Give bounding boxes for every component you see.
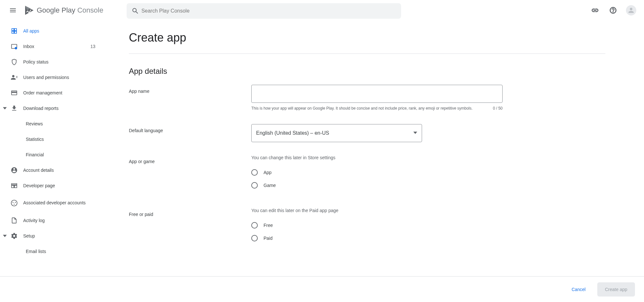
sidebar-sub-reviews[interactable]: Reviews [0,116,103,132]
label-default-language: Default language [129,124,251,142]
sidebar-label: Financial [26,152,44,157]
help-icon [609,6,617,14]
page-title: Create app [129,31,605,44]
sidebar-label: Inbox [23,44,90,49]
sidebar-item-order[interactable]: Order management [0,85,103,101]
sidebar-item-inbox[interactable]: Inbox 13 [0,39,103,54]
sidebar-label: Policy status [23,59,98,64]
sidebar-item-all-apps[interactable]: All apps [0,23,103,39]
sidebar-label: Setup [23,233,98,239]
chevron-down-icon [2,106,8,110]
inbox-count-badge: 13 [90,44,98,49]
sidebar-sub-financial[interactable]: Financial [0,147,103,162]
logo-text: Google Play Console [37,6,103,15]
dropdown-arrow-icon [413,130,417,136]
sidebar-label: Activity log [23,218,98,223]
link-icon [591,6,599,14]
sidebar: All apps Inbox 13 Policy status Users an… [0,21,103,276]
sidebar-item-policy-status[interactable]: Policy status [0,54,103,70]
sidebar-item-users[interactable]: Users and permissions [0,70,103,85]
radio-label: Free [264,223,273,228]
inbox-icon [10,43,18,50]
sidebar-label: Developer page [23,183,98,188]
svg-point-4 [13,202,14,203]
cancel-button[interactable]: Cancel [564,282,593,297]
logo[interactable]: Google Play Console [24,5,103,15]
app-name-input[interactable] [251,85,503,103]
default-language-select[interactable]: English (United States) – en-US [251,124,422,142]
app-header: Google Play Console [0,0,644,21]
sidebar-label: All apps [23,28,98,34]
apps-icon [10,27,18,35]
radio-icon [251,182,258,189]
svg-point-6 [14,204,15,205]
sidebar-item-account-details[interactable]: Account details [0,162,103,178]
svg-point-3 [11,200,17,206]
group-icon [10,199,18,207]
app-or-game-hint: You can change this later in Store setti… [251,155,503,160]
sidebar-label: Associated developer accounts [23,200,98,206]
radio-label: Paid [264,236,273,241]
account-icon [10,166,18,174]
person-icon [627,6,635,14]
sidebar-label: Statistics [26,137,44,142]
sidebar-sub-email-lists[interactable]: Email lists [0,244,103,259]
search-input[interactable] [141,8,399,14]
help-button[interactable] [605,3,621,18]
shield-icon [10,58,18,66]
document-icon [10,217,18,224]
chevron-down-icon [2,234,8,238]
create-app-button[interactable]: Create app [597,282,635,297]
section-title-app-details: App details [129,67,605,76]
radio-app[interactable]: App [251,169,503,176]
radio-free[interactable]: Free [251,222,503,229]
label-app-name: App name [129,85,251,111]
hamburger-icon [9,6,17,14]
radio-icon [251,235,258,241]
sidebar-label: Reviews [26,121,43,126]
sidebar-label: Users and permissions [23,75,98,80]
label-app-or-game: App or game [129,155,251,195]
svg-point-5 [15,202,16,203]
radio-label: Game [264,183,276,188]
select-value: English (United States) – en-US [256,130,413,136]
main-content: Create app App details App name This is … [103,21,644,276]
users-icon [10,73,18,81]
radio-label: App [264,170,272,175]
sidebar-item-download-reports[interactable]: Download reports [0,101,103,116]
app-name-counter: 0 / 50 [493,105,503,111]
free-or-paid-hint: You can edit this later on the Paid app … [251,208,503,213]
menu-button[interactable] [5,3,21,18]
sidebar-label: Download reports [23,106,98,111]
page-icon [10,182,18,190]
sidebar-sub-statistics[interactable]: Statistics [0,132,103,147]
svg-point-2 [15,47,17,49]
sidebar-item-activity-log[interactable]: Activity log [0,213,103,228]
radio-game[interactable]: Game [251,182,503,189]
sidebar-label: Email lists [26,249,46,254]
sidebar-label: Account details [23,168,98,173]
app-name-helper: This is how your app will appear on Goog… [251,105,477,111]
card-icon [10,89,18,97]
radio-icon [251,169,258,176]
sidebar-item-associated[interactable]: Associated developer accounts [0,193,103,213]
search-bar[interactable] [127,3,401,19]
divider [129,54,605,54]
account-avatar[interactable] [626,5,636,15]
search-icon [129,7,141,15]
play-logo-icon [24,5,34,15]
footer-bar: Cancel Create app [0,276,644,302]
link-button[interactable] [587,3,603,18]
radio-icon [251,222,258,229]
sidebar-item-developer-page[interactable]: Developer page [0,178,103,193]
download-icon [10,104,18,112]
radio-paid[interactable]: Paid [251,235,503,241]
label-free-or-paid: Free or paid [129,208,251,248]
gear-icon [10,232,18,240]
sidebar-label: Order management [23,90,98,95]
sidebar-item-setup[interactable]: Setup [0,228,103,244]
